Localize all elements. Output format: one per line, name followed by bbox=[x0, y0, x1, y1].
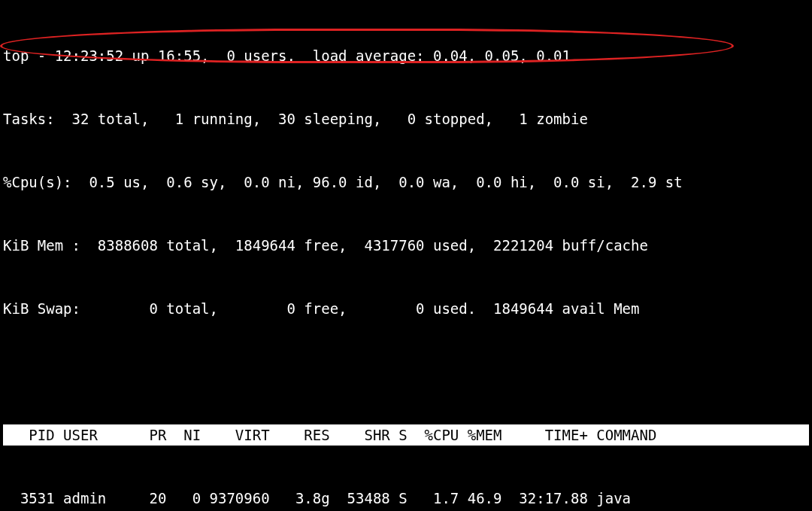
summary-top-line: top - 12:23:52 up 16:55, 0 users, load a… bbox=[3, 45, 809, 66]
summary-mem-line: KiB Mem : 8388608 total, 1849644 free, 4… bbox=[3, 235, 809, 256]
process-row: 3531 admin 20 0 9370960 3.8g 53488 S 1.7… bbox=[3, 488, 809, 509]
terminal-output[interactable]: top - 12:23:52 up 16:55, 0 users, load a… bbox=[0, 0, 812, 511]
summary-cpu-line: %Cpu(s): 0.5 us, 0.6 sy, 0.0 ni, 96.0 id… bbox=[3, 172, 809, 193]
summary-swap-line: KiB Swap: 0 total, 0 free, 0 used. 18496… bbox=[3, 298, 809, 319]
summary-tasks-line: Tasks: 32 total, 1 running, 30 sleeping,… bbox=[3, 108, 809, 129]
process-table-header: PID USER PR NI VIRT RES SHR S %CPU %MEM … bbox=[3, 424, 809, 446]
blank-line bbox=[3, 361, 809, 382]
process-table-body: 3531 admin 20 0 9370960 3.8g 53488 S 1.7… bbox=[3, 488, 809, 511]
